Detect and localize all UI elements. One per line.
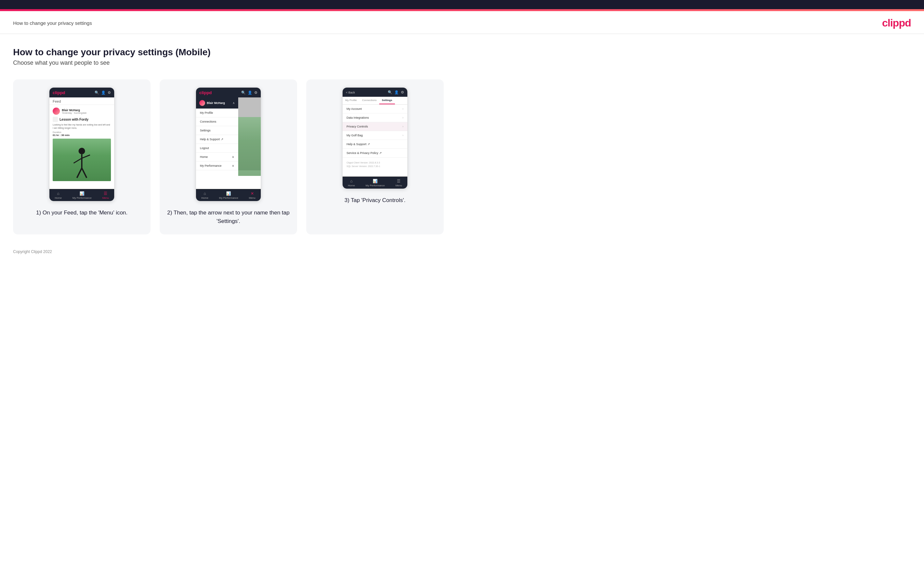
back-button[interactable]: < Back — [346, 91, 355, 94]
menu-item-connections[interactable]: Connections — [196, 118, 238, 126]
menu-user-row[interactable]: Blair McHarg ∧ — [196, 97, 238, 108]
home-icon-3: ⌂ — [350, 179, 352, 184]
search-icon-1: 🔍 — [95, 90, 99, 95]
phone-tab-menu-2[interactable]: ✕ Menu — [249, 191, 255, 200]
menu-nav-home[interactable]: Home ∨ — [196, 153, 238, 161]
feed-label: Feed — [49, 97, 114, 105]
feed-user-info: Blair McHarg Yesterday · Sunningdale — [62, 108, 87, 114]
phone-tab-performance-1[interactable]: 📊 My Performance — [72, 191, 92, 200]
search-icon-3: 🔍 — [388, 90, 392, 95]
settings-list: My Account › Data Integrations › Privacy… — [342, 105, 407, 177]
settings-item-dataintegrations-label: Data Integrations — [347, 116, 369, 119]
menu-user-left: Blair McHarg — [199, 100, 225, 106]
feed-post: Blair McHarg Yesterday · Sunningdale Les… — [49, 105, 114, 184]
chevron-up-icon: ∧ — [233, 102, 235, 105]
settings-item-privacycontrols[interactable]: Privacy Controls › — [342, 122, 407, 131]
tab-performance-label-3: My Performance — [365, 184, 385, 187]
tab-performance-label-1: My Performance — [72, 197, 92, 200]
phone-tab-home-2[interactable]: ⌂ Home — [201, 191, 208, 200]
menu-nav-home-label: Home — [200, 155, 208, 158]
tab-menu-label-1: Menu — [102, 197, 109, 200]
phone-icons-1: 🔍 👤 ⚙ — [95, 90, 111, 95]
menu-item-helpsupport[interactable]: Help & Support ↗ — [196, 135, 238, 144]
feed-screen: Feed Blair McHarg Yesterday · Sunningdal… — [49, 97, 114, 189]
chevron-right-myaccount-icon: › — [402, 107, 404, 111]
feed-lesson-row: Lesson with Fordy — [53, 117, 111, 122]
menu-item-logout[interactable]: Logout — [196, 144, 238, 153]
phone-tab-menu-3[interactable]: ☰ Menu — [396, 179, 402, 187]
chevron-down-home-icon: ∨ — [232, 155, 234, 158]
svg-line-4 — [77, 168, 82, 178]
settings-item-dataintegrations[interactable]: Data Integrations › — [342, 113, 407, 122]
screen2-bg-golfer — [238, 117, 261, 176]
home-icon-2: ⌂ — [204, 191, 206, 196]
tab-settings[interactable]: Settings — [379, 97, 395, 104]
phone-tab-home-1[interactable]: ⌂ Home — [55, 191, 61, 200]
phone-icons-2: 🔍 👤 ⚙ — [241, 90, 257, 95]
phone-icons-3: 🔍 👤 ⚙ — [388, 90, 404, 95]
phone-tab-performance-2[interactable]: 📊 My Performance — [219, 191, 238, 200]
settings-item-helpsupport[interactable]: Help & Support ↗ — [342, 140, 407, 149]
steps-row: clippd 🔍 👤 ⚙ Feed Blair McHarg — [13, 79, 911, 234]
main-content: How to change your privacy settings (Mob… — [0, 34, 924, 244]
feed-duration-label: Duration — [53, 131, 111, 134]
phone-topbar-1: clippd 🔍 👤 ⚙ — [49, 88, 114, 97]
settings-item-mygolfbag[interactable]: My Golf Bag › — [342, 131, 407, 140]
settings-item-serviceprivacy-label: Service & Privacy Policy ↗ — [347, 152, 382, 155]
settings-icon-1: ⚙ — [108, 90, 111, 95]
step-2-card: clippd 🔍 👤 ⚙ — [160, 79, 297, 234]
tab-performance-label-2: My Performance — [219, 197, 238, 200]
phone-logo-2: clippd — [199, 90, 212, 95]
settings-icon-3: ⚙ — [401, 90, 404, 95]
top-bar — [0, 0, 924, 9]
phone-tab-bar-3: ⌂ Home 📊 My Performance ☰ Menu — [342, 177, 407, 189]
menu-username: Blair McHarg — [207, 102, 225, 105]
menu-icon-1: ☰ — [104, 191, 107, 196]
phone-tab-home-3[interactable]: ⌂ Home — [348, 179, 355, 187]
menu-item-myprofile[interactable]: My Profile — [196, 108, 238, 118]
phone-logo-1: clippd — [53, 90, 65, 95]
copyright-text: Copyright Clippd 2022 — [13, 250, 52, 254]
feed-duration: 01 hr : 30 min — [53, 134, 111, 137]
home-icon-1: ⌂ — [57, 191, 59, 196]
feed-lesson-icon — [53, 117, 58, 122]
step-1-caption: 1) On your Feed, tap the 'Menu' icon. — [36, 209, 128, 217]
settings-item-myaccount[interactable]: My Account › — [342, 105, 407, 113]
page-heading: How to change your privacy settings (Mob… — [13, 47, 911, 58]
menu-nav-performance[interactable]: My Performance ∨ — [196, 161, 238, 170]
chevron-right-dataintegrations-icon: › — [402, 116, 404, 119]
user-icon-1: 👤 — [101, 90, 106, 95]
version-line1: Clippd Client Version: 2022.8.3-3 — [347, 161, 404, 164]
settings-item-serviceprivacy[interactable]: Service & Privacy Policy ↗ — [342, 149, 407, 158]
search-icon-2: 🔍 — [241, 90, 246, 95]
menu-panel: Blair McHarg ∧ My Profile Connections Se… — [196, 97, 238, 170]
step-3-card: < Back 🔍 👤 ⚙ My Profile Connections Sett… — [306, 79, 444, 234]
header: How to change your privacy settings clip… — [0, 11, 924, 34]
close-icon-2: ✕ — [250, 191, 254, 196]
feed-lesson-title: Lesson with Fordy — [60, 118, 88, 121]
settings-item-mygolfbag-label: My Golf Bag — [347, 134, 363, 137]
feed-desc: Looking to feel like my hands are exitin… — [53, 123, 111, 130]
logo: clippd — [882, 17, 911, 29]
step-1-card: clippd 🔍 👤 ⚙ Feed Blair McHarg — [13, 79, 150, 234]
menu-item-settings[interactable]: Settings — [196, 126, 238, 135]
phone-topbar-2: clippd 🔍 👤 ⚙ — [196, 88, 261, 97]
feed-user-row: Blair McHarg Yesterday · Sunningdale — [53, 108, 111, 115]
screen2-wrapper: Blair McHarg ∧ My Profile Connections Se… — [196, 97, 261, 189]
feed-golf-image — [53, 139, 111, 181]
phone-tab-performance-3[interactable]: 📊 My Performance — [365, 179, 385, 187]
chevron-right-privacycontrols-icon: › — [402, 125, 404, 128]
phone-mockup-1: clippd 🔍 👤 ⚙ Feed Blair McHarg — [49, 87, 115, 201]
chevron-right-mygolfbag-icon: › — [402, 134, 404, 137]
svg-point-0 — [79, 148, 85, 154]
phone-tab-menu-1[interactable]: ☰ Menu — [102, 191, 109, 200]
phone-topbar-3: < Back 🔍 👤 ⚙ — [342, 88, 407, 97]
menu-icon-3: ☰ — [397, 179, 401, 184]
chevron-down-perf-icon: ∨ — [232, 164, 234, 168]
phone-mockup-3: < Back 🔍 👤 ⚙ My Profile Connections Sett… — [342, 87, 408, 189]
header-title: How to change your privacy settings — [13, 20, 92, 26]
tab-connections[interactable]: Connections — [360, 97, 379, 104]
menu-nav-performance-label: My Performance — [200, 164, 221, 168]
tab-home-label-1: Home — [55, 197, 61, 200]
tab-myprofile[interactable]: My Profile — [342, 97, 360, 104]
